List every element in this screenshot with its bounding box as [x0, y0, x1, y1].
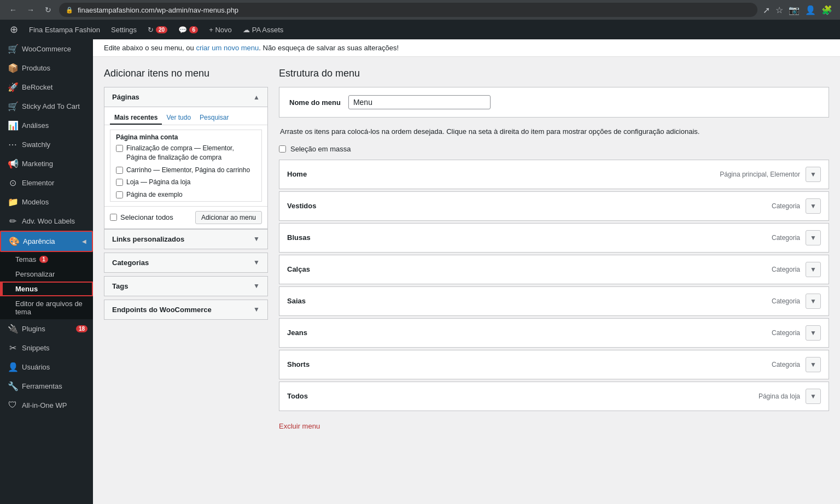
plugins-icon: 🔌: [8, 324, 18, 334]
wp-logo-item[interactable]: ⊕: [4, 20, 24, 39]
sidebar-item-plugins[interactable]: 🔌 Plugins 18: [0, 319, 93, 338]
updates-item[interactable]: ↻ 20: [142, 20, 173, 39]
menu-item-home[interactable]: Home Página principal, Elementor ▼: [279, 160, 829, 189]
marketing-icon: 📢: [8, 159, 18, 169]
menu-name-input[interactable]: [348, 95, 491, 109]
sidebar-item-aparencia[interactable]: 🎨 Aparência ◀: [0, 231, 93, 252]
tags-header[interactable]: Tags ▼: [104, 277, 267, 296]
sidebar-item-sticky-add-to-cart[interactable]: 🛒 Sticky Add To Cart: [0, 97, 93, 116]
sidebar-item-elementor[interactable]: ⊙ Elementor: [0, 173, 93, 192]
sidebar-item-woocommerce[interactable]: 🛒 WooCommerce: [0, 39, 93, 58]
pages-section-header[interactable]: Páginas ▲: [104, 87, 267, 107]
all-in-one-icon: 🛡: [8, 400, 18, 410]
forward-button[interactable]: →: [24, 3, 37, 16]
sidebar-item-berocket[interactable]: 🚀 BeRocket: [0, 78, 93, 97]
screenshot-button[interactable]: 📷: [788, 4, 801, 16]
page-item-loja: Loja — Página da loja: [110, 176, 261, 189]
add-items-panel: Adicionar itens no menu Páginas ▲ Mais r…: [104, 68, 268, 430]
add-to-menu-button[interactable]: Adicionar ao menu: [195, 211, 262, 224]
content-area: Edite abaixo o seu menu, ou criar um nov…: [93, 39, 840, 504]
menu-item-saias-arrow[interactable]: ▼: [806, 294, 821, 309]
url-bar[interactable]: 🔒 finaestampafashion.com/wp-admin/nav-me…: [59, 3, 757, 17]
tab-ver-tudo[interactable]: Ver tudo: [162, 112, 195, 125]
notice-text-after: . Não esqueça de salvar as suas alteraçõ…: [259, 44, 399, 52]
select-all-checkbox[interactable]: [110, 214, 117, 221]
menu-item-shorts[interactable]: Shorts Categoria ▼: [279, 350, 829, 379]
profile-button[interactable]: 👤: [804, 4, 817, 16]
sidebar-item-ferramentas[interactable]: 🔧 Ferramentas: [0, 377, 93, 396]
comments-item[interactable]: 💬 6: [173, 20, 203, 39]
tab-mais-recentes[interactable]: Mais recentes: [110, 112, 162, 125]
menu-item-calcas-arrow[interactable]: ▼: [806, 262, 821, 277]
sidebar-item-produtos[interactable]: 📦 Produtos: [0, 58, 93, 78]
menu-item-todos[interactable]: Todos Página da loja ▼: [279, 382, 829, 411]
sidebar-item-adv-woo-labels[interactable]: ✏ Adv. Woo Labels: [0, 212, 93, 231]
sidebar-subitem-menus[interactable]: Menus: [0, 282, 93, 296]
page-checkbox-loja[interactable]: [116, 179, 123, 186]
categorias-header[interactable]: Categorias ▼: [104, 253, 267, 272]
sidebar-label: WooCommerce: [22, 45, 88, 53]
tags-chevron-icon: ▼: [253, 282, 260, 290]
site-name-item[interactable]: Fina Estampa Fashion: [24, 20, 106, 39]
bookmark-button[interactable]: ☆: [774, 4, 784, 16]
comments-badge: 6: [189, 26, 198, 33]
snippets-icon: ✂: [8, 343, 18, 353]
menu-item-blusas[interactable]: Blusas Categoria ▼: [279, 223, 829, 253]
refresh-icon: ↻: [148, 26, 154, 34]
sidebar-label: Adv. Woo Labels: [22, 217, 88, 225]
pa-assets-item[interactable]: ☁ PA Assets: [237, 20, 289, 39]
aparencia-icon: 🎨: [9, 236, 19, 247]
share-button[interactable]: ➚: [762, 4, 771, 16]
new-item[interactable]: + Novo: [203, 20, 237, 39]
sidebar-label: Snippets: [22, 344, 88, 352]
menu-item-blusas-arrow[interactable]: ▼: [806, 230, 821, 245]
sidebar-item-usuarios[interactable]: 👤 Usuários: [0, 358, 93, 377]
page-checkbox-exemplo[interactable]: [116, 191, 123, 198]
aparencia-submenu: Temas 1 Personalizar Menus Editor de arq…: [0, 252, 93, 319]
select-all-row: Selecionar todos: [110, 213, 173, 221]
extensions-button[interactable]: 🧩: [820, 4, 833, 16]
categorias-label: Categorias: [112, 259, 149, 267]
menu-item-saias[interactable]: Saias Categoria ▼: [279, 286, 829, 316]
menu-structure-panel: Estrutura do menu Nome do menu Arraste o…: [279, 68, 829, 430]
menu-item-jeans-arrow[interactable]: ▼: [806, 325, 821, 341]
pa-assets-icon: ☁: [243, 26, 250, 34]
excluir-menu-link[interactable]: Excluir menu: [279, 422, 320, 430]
comments-icon: 💬: [178, 26, 187, 34]
sidebar-label: Usuários: [22, 363, 88, 371]
menu-item-vestidos-arrow[interactable]: ▼: [806, 198, 821, 214]
categorias-section: Categorias ▼: [104, 253, 268, 273]
pages-chevron-up-icon: ▲: [253, 93, 260, 101]
links-personalizados-header[interactable]: Links personalizados ▼: [104, 230, 267, 249]
endpoints-header[interactable]: Endpoints do WooCommerce ▼: [104, 300, 267, 319]
page-checkbox-finalizacao[interactable]: [116, 145, 123, 152]
sidebar-item-analises[interactable]: 📊 Análises: [0, 116, 93, 135]
menu-item-vestidos[interactable]: Vestidos Categoria ▼: [279, 191, 829, 221]
sidebar-label: All-in-One WP: [22, 401, 88, 409]
sidebar-subitem-temas[interactable]: Temas 1: [0, 252, 93, 267]
wp-logo-icon: ⊕: [10, 24, 18, 36]
sidebar-item-modelos[interactable]: 📁 Modelos: [0, 192, 93, 212]
menu-item-shorts-arrow[interactable]: ▼: [806, 357, 821, 372]
woocommerce-icon: 🛒: [8, 44, 18, 54]
page-checkbox-carrinho[interactable]: [116, 167, 123, 174]
browser-bar: ← → ↻ 🔒 finaestampafashion.com/wp-admin/…: [0, 0, 840, 20]
sidebar-item-snippets[interactable]: ✂ Snippets: [0, 338, 93, 358]
sidebar-item-all-in-one-wp[interactable]: 🛡 All-in-One WP: [0, 396, 93, 414]
back-button[interactable]: ←: [7, 3, 20, 16]
sidebar-subitem-personalizar[interactable]: Personalizar: [0, 267, 93, 282]
menu-item-home-arrow[interactable]: ▼: [806, 167, 821, 182]
sidebar-label: Marketing: [22, 160, 88, 168]
bulk-select-checkbox[interactable]: [279, 145, 286, 153]
sidebar-subitem-editor[interactable]: Editor de arquivos de tema: [0, 296, 93, 319]
create-new-menu-link[interactable]: criar um novo menu: [196, 44, 259, 52]
refresh-button[interactable]: ↻: [42, 3, 55, 16]
settings-item[interactable]: Settings: [106, 20, 142, 39]
sidebar-label: BeRocket: [22, 83, 88, 91]
menu-item-calcas[interactable]: Calças Categoria ▼: [279, 255, 829, 284]
menu-item-todos-arrow[interactable]: ▼: [806, 389, 821, 404]
sidebar-item-swatchly[interactable]: ⋯ Swatchly: [0, 135, 93, 154]
menu-item-jeans[interactable]: Jeans Categoria ▼: [279, 318, 829, 348]
tab-pesquisar[interactable]: Pesquisar: [195, 112, 233, 125]
sidebar-item-marketing[interactable]: 📢 Marketing: [0, 154, 93, 173]
